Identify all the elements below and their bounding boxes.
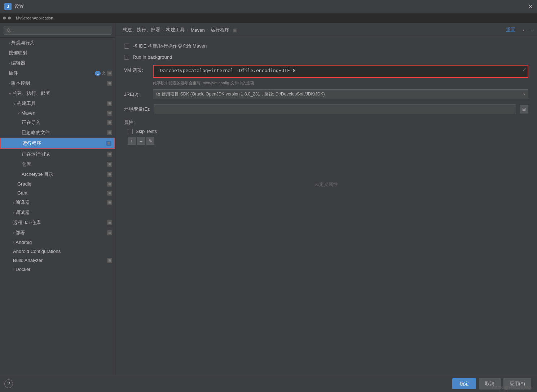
background-checkbox-row: Run in background [124, 54, 528, 60]
jre-dropdown-arrow: ▾ [523, 92, 525, 96]
search-input[interactable] [4, 26, 111, 35]
vm-options-label: VM 选项: [124, 65, 149, 74]
sidebar-item-importing[interactable]: 正在导入 ⊞ [0, 117, 115, 128]
env-label: 环境变量(E): [124, 106, 150, 112]
jre-select[interactable]: 🗂 使用项目 SDK (Oracle OpenJDK version 1.8.0… [153, 89, 528, 99]
vm-expand-icon[interactable]: ⤢ [523, 67, 526, 72]
sidebar-item-android[interactable]: › Android [0, 238, 115, 247]
run-page-icon: ⊞ [106, 141, 111, 146]
vcs-badges: ⊞ [107, 81, 112, 86]
delegate-label: 将 IDE 构建/运行操作委托给 Maven [133, 43, 207, 49]
top-labels [127, 16, 132, 20]
watermark: CSDN @代码写到35岁 [492, 385, 533, 391]
comp-badges: ⊞ [107, 200, 112, 205]
ign-page-icon: ⊞ [107, 130, 112, 135]
maven-badges: ⊞ [107, 111, 112, 116]
sidebar-item-compiler[interactable]: › 编译器 ⊞ [0, 197, 115, 208]
jre-section: JRE(J): 🗂 使用项目 SDK (Oracle OpenJDK versi… [124, 89, 528, 99]
reset-button[interactable]: 重置 [506, 27, 515, 33]
arrow-icon: › [13, 211, 14, 215]
env-edit-button[interactable]: ⊞ [520, 105, 528, 113]
sidebar-item-gant[interactable]: Gant ⊞ [0, 188, 115, 197]
title-bar-text: 设置 [14, 3, 24, 10]
maven-page-icon: ⊞ [107, 111, 112, 116]
empty-properties-text: 未定义属性 [124, 148, 528, 220]
sidebar-item-label: 仓库 [22, 161, 31, 168]
sidebar-item-plugins[interactable]: 插件 1 文 ⊞ [0, 68, 115, 78]
gant-badges: ⊞ [107, 191, 112, 196]
sidebar-item-android-configs[interactable]: Android Configurations [0, 247, 115, 256]
nav-buttons: ← → [522, 27, 533, 33]
nav-back-button[interactable]: ← [522, 27, 527, 33]
sidebar-item-repos[interactable]: 仓库 ⊞ [0, 159, 115, 169]
sidebar-item-label: 构建工具 [17, 100, 36, 107]
sidebar-item-archetype[interactable]: Archetype 目录 ⊞ [0, 169, 115, 179]
remove-property-button[interactable]: – [137, 137, 145, 145]
sidebar-item-editor[interactable]: › 编辑器 [0, 58, 115, 68]
nav-forward-button[interactable]: → [528, 27, 533, 33]
delegate-checkbox-row: 将 IDE 构建/运行操作委托给 Maven [124, 43, 528, 49]
sidebar-item-ignored-files[interactable]: 已忽略的文件 ⊞ [0, 128, 115, 138]
sidebar-item-running-tests[interactable]: 正在运行测试 ⊞ [0, 149, 115, 159]
top-dot-1 [3, 17, 6, 19]
arrow-icon: ∨ [13, 102, 16, 106]
bt-page-icon: ⊞ [107, 101, 112, 106]
vm-input-area: ⤢ 此字段中指定的选项会重写 .mvn/jvm.config 文件中的选项 [153, 65, 528, 86]
top-bar: MyScreenApplication [0, 13, 537, 23]
sidebar-item-label: Gradle [17, 181, 31, 187]
sidebar-item-build-tools[interactable]: ∨ 构建工具 ⊞ [0, 98, 115, 108]
plugins-badges: 1 文 ⊞ [95, 71, 112, 76]
settings-body: 将 IDE 构建/运行操作委托给 Maven Run in background… [115, 37, 537, 375]
close-button[interactable]: ✕ [528, 3, 533, 10]
background-checkbox[interactable] [124, 55, 129, 60]
env-input[interactable] [154, 104, 516, 114]
rjar-badges: ⊞ [107, 220, 112, 225]
plugins-badge-zh: 文 [102, 71, 106, 76]
dep-badges: ⊞ [107, 230, 112, 235]
breadcrumb-sep-1: › [162, 27, 164, 33]
sidebar-item-vcs[interactable]: › 版本控制 ⊞ [0, 78, 115, 88]
confirm-button[interactable]: 确定 [452, 378, 476, 389]
sidebar-item-label: 调试器 [16, 209, 30, 216]
breadcrumb-part-4: 运行程序 [211, 27, 229, 33]
sidebar: › 外观与行为 按键映射 › 编辑器 插件 1 文 ⊞ › 版本控制 ⊞ ∨ [0, 23, 115, 375]
sidebar-item-keymap[interactable]: 按键映射 [0, 48, 115, 58]
bottom-bar: ? 确定 取消 应用(A) CSDN @代码写到35岁 [0, 375, 537, 392]
sidebar-item-label: Gant [17, 190, 27, 196]
skip-tests-checkbox[interactable] [128, 129, 133, 134]
delegate-checkbox[interactable] [124, 44, 129, 49]
breadcrumb-page-icon: ▣ [233, 27, 237, 33]
comp-page-icon: ⊞ [107, 200, 112, 205]
sidebar-item-runner[interactable]: 运行程序 ⊞ [0, 138, 115, 149]
arrow-icon: › [9, 41, 10, 45]
sidebar-item-maven[interactable]: ∨ Maven ⊞ [0, 108, 115, 117]
run-badges: ⊞ [106, 141, 111, 146]
repo-page-icon: ⊞ [107, 162, 112, 167]
skip-tests-row: Skip Tests [124, 129, 528, 134]
add-property-button[interactable]: + [128, 137, 136, 145]
plugins-page-icon: ⊞ [107, 71, 112, 76]
help-button[interactable]: ? [4, 379, 13, 388]
vm-options-input[interactable] [153, 65, 528, 78]
arrow-icon: › [13, 231, 14, 235]
sidebar-search-container [0, 23, 115, 38]
sidebar-item-label: 部署 [16, 230, 25, 236]
sidebar-item-debugger[interactable]: › 调试器 [0, 208, 115, 218]
plugins-badge-count: 1 [95, 71, 101, 76]
sidebar-item-remote-jar[interactable]: 远程 Jar 仓库 ⊞ [0, 218, 115, 228]
sidebar-item-label: 运行程序 [22, 140, 41, 147]
properties-toolbar: + – ✎ [124, 137, 528, 145]
sidebar-item-gradle[interactable]: Gradle ⊞ [0, 179, 115, 188]
jre-label: JRE(J): [124, 92, 149, 97]
sidebar-item-build-exec-deploy[interactable]: ∨ 构建、执行、部署 [0, 88, 115, 98]
sidebar-item-label: 外观与行为 [11, 40, 35, 46]
sidebar-item-label: 编译器 [16, 199, 30, 206]
sidebar-item-appearance[interactable]: › 外观与行为 [0, 38, 115, 48]
sidebar-item-deploy[interactable]: › 部署 ⊞ [0, 228, 115, 238]
sidebar-item-docker[interactable]: › Docker [0, 265, 115, 274]
vcs-page-icon: ⊞ [107, 81, 112, 86]
edit-property-button[interactable]: ✎ [146, 137, 154, 145]
sidebar-item-label: 构建、执行、部署 [13, 90, 50, 97]
sidebar-item-build-analyzer[interactable]: Build Analyzer ⊞ [0, 256, 115, 265]
background-label: Run in background [133, 54, 172, 60]
